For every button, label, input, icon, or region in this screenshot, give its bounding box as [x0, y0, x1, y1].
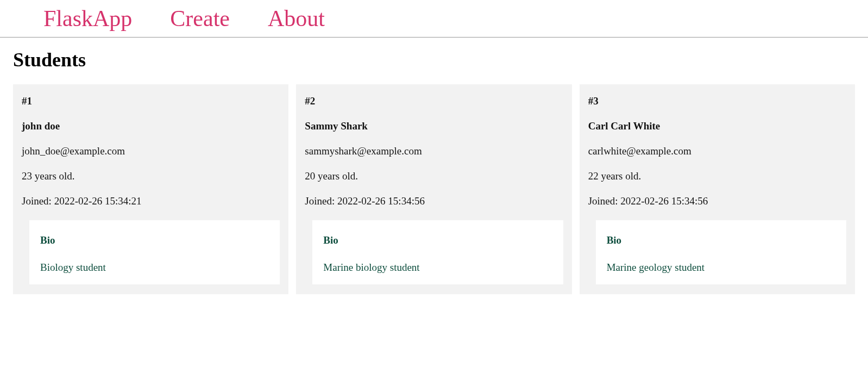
- navbar: FlaskApp Create About: [0, 0, 868, 37]
- student-joined: Joined: 2022-02-26 15:34:56: [588, 195, 846, 207]
- student-joined: Joined: 2022-02-26 15:34:21: [22, 195, 280, 207]
- student-age: 22 years old.: [588, 170, 846, 182]
- nav-create-link[interactable]: Create: [170, 5, 230, 32]
- bio-label: Bio: [323, 234, 552, 246]
- page-title: Students: [13, 48, 855, 71]
- student-email: carlwhite@example.com: [588, 145, 846, 157]
- bio-label: Bio: [40, 234, 269, 246]
- bio-text: Marine biology student: [323, 262, 552, 274]
- bio-text: Biology student: [40, 262, 269, 274]
- student-card: #3 Carl Carl White carlwhite@example.com…: [580, 84, 855, 294]
- main-content: Students #1 john doe john_doe@example.co…: [0, 38, 868, 305]
- student-joined: Joined: 2022-02-26 15:34:56: [305, 195, 563, 207]
- student-name: john doe: [22, 120, 280, 132]
- student-email: sammyshark@example.com: [305, 145, 563, 157]
- nav-about-link[interactable]: About: [268, 5, 325, 32]
- student-id: #3: [588, 95, 846, 107]
- student-name: Sammy Shark: [305, 120, 563, 132]
- student-card: #1 john doe john_doe@example.com 23 year…: [13, 84, 288, 294]
- student-email: john_doe@example.com: [22, 145, 280, 157]
- student-card: #2 Sammy Shark sammyshark@example.com 20…: [296, 84, 571, 294]
- student-age: 23 years old.: [22, 170, 280, 182]
- student-name: Carl Carl White: [588, 120, 846, 132]
- bio-box: Bio Biology student: [29, 220, 280, 284]
- bio-box: Bio Marine biology student: [312, 220, 563, 284]
- nav-brand-link[interactable]: FlaskApp: [43, 5, 132, 32]
- student-id: #2: [305, 95, 563, 107]
- student-cards: #1 john doe john_doe@example.com 23 year…: [13, 84, 855, 294]
- bio-text: Marine geology student: [607, 262, 835, 274]
- student-age: 20 years old.: [305, 170, 563, 182]
- bio-label: Bio: [607, 234, 835, 246]
- bio-box: Bio Marine geology student: [596, 220, 846, 284]
- student-id: #1: [22, 95, 280, 107]
